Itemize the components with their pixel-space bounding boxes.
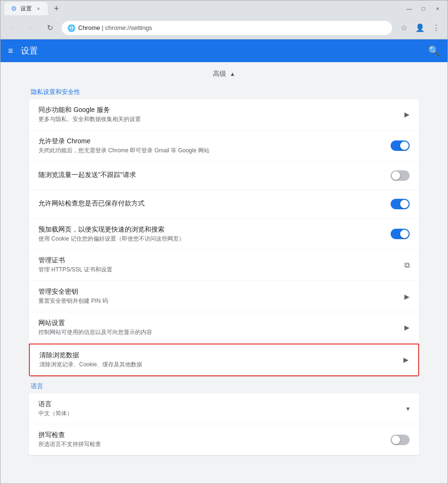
forward-button[interactable]: → xyxy=(23,20,38,36)
language-item-title: 语言 xyxy=(38,400,406,409)
hamburger-menu-icon[interactable]: ≡ xyxy=(8,46,13,56)
spellcheck-item-desc: 所选语言不支持拼写检查 xyxy=(38,440,391,448)
clear-data-settings-item[interactable]: 清除浏览数据 清除浏览记录、Cookie、缓存及其他数据 ▶ xyxy=(29,344,419,376)
omnibox-url: Chrome | chrome://settings xyxy=(78,24,386,31)
payment-toggle-knob xyxy=(400,200,409,208)
omnibox[interactable]: 🌐 Chrome | chrome://settings xyxy=(61,20,393,36)
payment-toggle-slider xyxy=(391,199,410,209)
active-tab[interactable]: ⚙ 设置 × xyxy=(4,2,48,15)
site-settings-item-title: 网站设置 xyxy=(38,319,404,327)
spellcheck-toggle-container[interactable] xyxy=(391,435,410,445)
clear-data-item-title: 清除浏览数据 xyxy=(39,351,403,360)
language-section: 语言 语言 中文（简体） ▾ 拼写检查 所选语言不支持拼写检查 xyxy=(29,382,419,456)
preload-item-text: 预加载网页，以便实现更快速的浏览和搜索 使用 Cookie 记住您的偏好设置（即… xyxy=(38,225,391,243)
sync-settings-item[interactable]: 同步功能和 Google 服务 更多与隐私、安全和数据收集相关的设置 ▶ xyxy=(29,99,419,130)
chrome-menu-button[interactable]: ⋮ xyxy=(429,20,444,36)
preload-toggle-slider xyxy=(391,229,410,239)
security-key-settings-item[interactable]: 管理安全密钥 重置安全密钥并创建 PIN 码 ▶ xyxy=(29,281,419,312)
preload-toggle-knob xyxy=(400,230,409,238)
new-tab-button[interactable]: + xyxy=(50,2,63,15)
signin-toggle-slider xyxy=(391,140,410,151)
security-key-item-desc: 重置安全密钥并创建 PIN 码 xyxy=(38,297,404,305)
clear-data-item-desc: 清除浏览记录、Cookie、缓存及其他数据 xyxy=(39,361,403,369)
address-bar-actions: ☆ 👤 ⋮ xyxy=(396,20,444,36)
payment-settings-item[interactable]: 允许网站检查您是否已保存付款方式 xyxy=(29,190,419,219)
chevron-down-icon: ▾ xyxy=(406,405,410,412)
payment-item-text: 允许网站检查您是否已保存付款方式 xyxy=(38,199,391,209)
external-link-icon: ⧉ xyxy=(404,261,410,270)
site-settings-action: ▶ xyxy=(404,324,410,331)
settings-title: 设置 xyxy=(21,45,38,56)
language-settings-item[interactable]: 语言 中文（简体） ▾ xyxy=(29,393,419,425)
dnt-toggle-container[interactable] xyxy=(391,170,410,181)
account-button[interactable]: 👤 xyxy=(412,20,428,36)
language-action: ▾ xyxy=(406,405,410,412)
chevron-right-icon: ▶ xyxy=(404,324,410,331)
dnt-toggle-knob xyxy=(392,171,400,180)
bookmark-button[interactable]: ☆ xyxy=(396,20,411,36)
clear-data-action: ▶ xyxy=(403,356,409,363)
signin-settings-item[interactable]: 允许登录 Chrome 关闭此功能后，您无需登录 Chrome 即可登录 Gma… xyxy=(29,130,419,162)
spellcheck-item-title: 拼写检查 xyxy=(38,431,391,439)
sync-item-title: 同步功能和 Google 服务 xyxy=(38,106,404,114)
content-area[interactable]: 高级 ▲ 隐私设置和安全性 同步功能和 Google 服务 更多与隐私、安全和数… xyxy=(0,62,448,484)
back-button[interactable]: ← xyxy=(4,20,19,36)
language-item-text: 语言 中文（简体） xyxy=(38,400,406,418)
minimize-button[interactable]: — xyxy=(403,4,415,13)
app-header: ≡ 设置 🔍 xyxy=(0,39,448,62)
omnibox-favicon: 🌐 xyxy=(67,24,75,32)
security-key-item-title: 管理安全密钥 xyxy=(38,288,404,296)
signin-toggle-knob xyxy=(400,141,409,150)
chevron-right-icon: ▶ xyxy=(404,293,410,300)
security-key-item-text: 管理安全密钥 重置安全密钥并创建 PIN 码 xyxy=(38,288,404,305)
spellcheck-settings-item[interactable]: 拼写检查 所选语言不支持拼写检查 xyxy=(29,424,419,455)
site-settings-item[interactable]: 网站设置 控制网站可使用的信息以及可向您显示的内容 ▶ xyxy=(29,312,419,344)
privacy-settings-card: 同步功能和 Google 服务 更多与隐私、安全和数据收集相关的设置 ▶ 允许登… xyxy=(29,99,419,376)
tab-close-button[interactable]: × xyxy=(35,5,42,12)
advanced-section-header[interactable]: 高级 ▲ xyxy=(0,62,448,82)
site-settings-item-desc: 控制网站可使用的信息以及可向您显示的内容 xyxy=(38,328,404,336)
payment-toggle-container[interactable] xyxy=(391,199,410,209)
spellcheck-toggle-knob xyxy=(392,436,400,444)
sync-item-text: 同步功能和 Google 服务 更多与隐私、安全和数据收集相关的设置 xyxy=(38,106,404,123)
dnt-toggle[interactable] xyxy=(391,170,410,181)
signin-item-title: 允许登录 Chrome xyxy=(38,137,391,146)
dnt-toggle-slider xyxy=(391,170,410,181)
search-icon[interactable]: 🔍 xyxy=(428,45,440,56)
omnibox-path: | chrome://settings xyxy=(100,24,152,31)
title-bar: ⚙ 设置 × + — □ × xyxy=(0,0,448,17)
omnibox-domain: Chrome xyxy=(78,24,100,31)
refresh-button[interactable]: ↻ xyxy=(42,20,57,36)
sync-item-desc: 更多与隐私、安全和数据收集相关的设置 xyxy=(38,115,404,123)
preload-settings-item[interactable]: 预加载网页，以便实现更快速的浏览和搜索 使用 Cookie 记住您的偏好设置（即… xyxy=(29,219,419,250)
sync-item-action: ▶ xyxy=(404,111,410,118)
preload-item-desc: 使用 Cookie 记住您的偏好设置（即使您不访问这些网页） xyxy=(38,235,391,243)
close-button[interactable]: × xyxy=(431,4,444,13)
signin-toggle[interactable] xyxy=(391,140,410,151)
advanced-label: 高级 xyxy=(213,70,226,78)
spellcheck-item-text: 拼写检查 所选语言不支持拼写检查 xyxy=(38,431,391,448)
dnt-item-text: 随浏览流量一起发送"不跟踪"请求 xyxy=(38,171,391,180)
preload-toggle-container[interactable] xyxy=(391,229,410,239)
language-settings-card: 语言 中文（简体） ▾ 拼写检查 所选语言不支持拼写检查 xyxy=(29,393,419,456)
chevron-right-icon: ▶ xyxy=(404,111,410,118)
language-item-desc: 中文（简体） xyxy=(38,410,406,418)
certificates-external-link: ⧉ xyxy=(404,261,410,270)
site-settings-item-text: 网站设置 控制网站可使用的信息以及可向您显示的内容 xyxy=(38,319,404,336)
privacy-section-title: 隐私设置和安全性 xyxy=(29,88,419,96)
dnt-settings-item[interactable]: 随浏览流量一起发送"不跟踪"请求 xyxy=(29,162,419,190)
advanced-arrow-icon: ▲ xyxy=(230,71,236,77)
signin-toggle-container[interactable] xyxy=(391,140,410,151)
window-frame: ⚙ 设置 × + — □ × ← → ↻ 🌐 Chrome | chrome:/… xyxy=(0,0,448,484)
spellcheck-toggle[interactable] xyxy=(391,435,410,445)
dnt-item-title: 随浏览流量一起发送"不跟踪"请求 xyxy=(38,171,391,179)
chevron-right-icon: ▶ xyxy=(403,356,409,363)
maximize-button[interactable]: □ xyxy=(417,4,430,13)
certificates-item-title: 管理证书 xyxy=(38,256,404,265)
payment-item-title: 允许网站检查您是否已保存付款方式 xyxy=(38,199,391,208)
payment-toggle[interactable] xyxy=(391,199,410,209)
certificates-item-desc: 管理 HTTPS/SSL 证书和设置 xyxy=(38,266,404,274)
preload-toggle[interactable] xyxy=(391,229,410,239)
certificates-settings-item[interactable]: 管理证书 管理 HTTPS/SSL 证书和设置 ⧉ xyxy=(29,250,419,281)
certificates-item-text: 管理证书 管理 HTTPS/SSL 证书和设置 xyxy=(38,256,404,274)
